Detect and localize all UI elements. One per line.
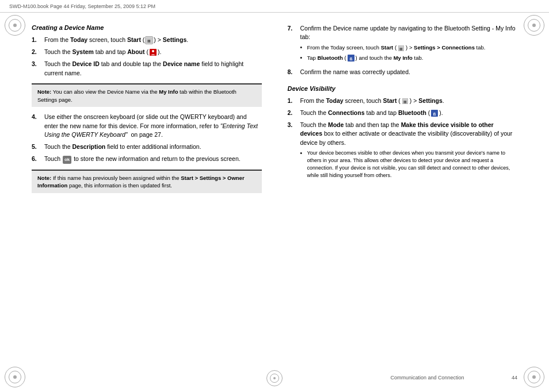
settings-label-vis1: Settings — [418, 97, 442, 104]
left-step-5: 5. Touch the Description field to enter … — [32, 143, 262, 151]
step7-subbullets: • From the Today screen, touch Start (▦)… — [300, 44, 518, 62]
start-icon-vis1: ▦ — [401, 97, 409, 105]
corner-circle-inner-tl — [9, 19, 21, 32]
right-step-7: 7. Confirm the Device name update by nav… — [288, 24, 518, 64]
bullet-dot-2: • — [300, 54, 306, 62]
step7-bullet-1-text: From the Today screen, touch Start (▦) >… — [307, 44, 486, 52]
right-column: 7. Confirm the Device name update by nav… — [285, 24, 518, 381]
bluetooth-label-vis2: Bluetooth — [398, 109, 426, 116]
entering-text-ref: "Entering Text Using the QWERTY Keyboard… — [44, 122, 258, 138]
ok-icon: ok — [63, 156, 71, 164]
left-step-1: 1. From the Today screen, touch Start (▦… — [32, 36, 262, 44]
system-label: System — [72, 48, 93, 55]
left-step-1-content: From the Today screen, touch Start (▦) >… — [44, 36, 262, 44]
start-label-7a: Start — [381, 44, 394, 51]
bottom-center-circle-outer — [266, 370, 283, 386]
left-step-5-num: 5. — [32, 143, 44, 151]
note-label-2: Note: — [37, 175, 51, 181]
corner-dot-tl — [13, 24, 17, 27]
note-box-1: Note: You can also view the Device Name … — [32, 83, 262, 107]
corner-circle-outer-tr — [524, 15, 544, 36]
left-step-3: 3. Touch the Device ID tab and double ta… — [32, 60, 262, 77]
corner-decoration-bl — [5, 367, 25, 387]
svg-point-3 — [152, 50, 154, 52]
device-id-label: Device ID — [72, 60, 99, 67]
left-step-4-content: Use either the onscreen keyboard (or sli… — [44, 113, 262, 139]
right-vis-step-2-num: 2. — [288, 109, 300, 117]
bottom-center-circle-inner — [270, 374, 279, 383]
right-vis-step-3: 3. Touch the Mode tab and then tap the M… — [288, 121, 518, 182]
bluetooth-icon-7b: ß — [347, 54, 355, 62]
connections-label-vis2: Connections — [328, 109, 365, 116]
owner-info-label: Start > Settings > Owner Information — [37, 175, 245, 189]
right-vis-step-2-content: Touch the Connections tab and tap Blueto… — [300, 109, 518, 117]
corner-decoration-tl — [5, 15, 25, 36]
corner-circle-outer-tl — [5, 15, 25, 36]
page-container: SWD-M100.book Page 44 Friday, September … — [0, 0, 549, 392]
left-step-2-num: 2. — [32, 48, 44, 56]
settings-connections-label: Settings > Connections — [414, 44, 475, 51]
header-text: SWD-M100.book Page 44 Friday, September … — [9, 3, 155, 9]
bullet-dot-3: • — [300, 149, 306, 157]
mode-label: Mode — [328, 121, 344, 128]
footer-right: 44 — [512, 375, 517, 381]
today-label-vis1: Today — [326, 97, 343, 104]
content-area: Creating a Device Name 1. From the Today… — [0, 13, 549, 392]
left-step-3-num: 3. — [32, 60, 44, 77]
right-vis-step-2: 2. Touch the Connections tab and tap Blu… — [288, 109, 518, 117]
step7-bullet-1: • From the Today screen, touch Start (▦)… — [300, 44, 518, 52]
corner-circle-inner-bl — [9, 371, 21, 383]
left-step-1-num: 1. — [32, 36, 44, 44]
start-label-1: Start — [127, 36, 141, 43]
svg-text:▦: ▦ — [399, 47, 403, 51]
start-label-vis1: Start — [383, 97, 396, 104]
left-step-6-content: Touch ok to store the new information an… — [44, 155, 262, 163]
right-section-title: Device Visibility — [288, 85, 518, 92]
step7-bullet-2-text: Tap Bluetooth (ß) and touch the My Info … — [307, 54, 424, 62]
corner-circle-inner-br — [528, 371, 540, 383]
right-vis-step-1-content: From the Today screen, touch Start (▦) >… — [300, 97, 518, 105]
person-icon-1 — [149, 48, 157, 56]
right-vis-step-1-num: 1. — [288, 97, 300, 105]
left-step-3-content: Touch the Device ID tab and double tap t… — [44, 60, 262, 77]
left-step-4-num: 4. — [32, 113, 44, 139]
corner-circle-outer-bl — [5, 367, 25, 387]
right-step-7-content: Confirm the Device name update by naviga… — [300, 24, 518, 64]
device-name-label: Device name — [163, 60, 200, 67]
left-step-2-content: Touch the System tab and tap About (). — [44, 48, 262, 56]
corner-dot-br — [532, 375, 536, 379]
footer: Communication and Connection 44 — [390, 375, 517, 381]
left-column: Creating a Device Name 1. From the Today… — [32, 24, 268, 381]
right-step-7-num: 7. — [288, 24, 300, 64]
note-label-1: Note: — [37, 89, 51, 95]
svg-text:▦: ▦ — [147, 39, 151, 43]
note-box-2: Note: If this name has previously been a… — [32, 170, 262, 194]
left-step-5-content: Touch the Description field to enter add… — [44, 143, 262, 151]
right-vis-step-3-num: 3. — [288, 121, 300, 182]
footer-left: Communication and Connection — [390, 375, 464, 381]
left-step-6-num: 6. — [32, 155, 44, 163]
step3-bullet-1: • Your device becomes visible to other d… — [300, 149, 518, 179]
right-step-8-num: 8. — [288, 68, 300, 76]
step7-bullet-2: • Tap Bluetooth (ß) and touch the My Inf… — [300, 54, 518, 62]
right-vis-step-3-content: Touch the Mode tab and then tap the Make… — [300, 121, 518, 182]
left-section-title: Creating a Device Name — [32, 24, 262, 31]
corner-decoration-br — [524, 367, 544, 387]
corner-circle-outer-br — [524, 367, 544, 387]
left-steps-1-3: 1. From the Today screen, touch Start (▦… — [32, 36, 262, 78]
my-info-label-note1: My Info — [159, 89, 178, 95]
left-step-6: 6. Touch ok to store the new information… — [32, 155, 262, 163]
svg-text:▦: ▦ — [403, 100, 407, 103]
left-steps-4-6: 4. Use either the onscreen keyboard (or … — [32, 113, 262, 163]
today-label-1: Today — [70, 36, 87, 43]
step3-bullet-1-text: Your device becomes visible to other dev… — [307, 149, 518, 179]
corner-dot-tr — [532, 24, 536, 27]
right-steps-7-8: 7. Confirm the Device name update by nav… — [288, 24, 518, 77]
step3-subbullets: • Your device becomes visible to other d… — [300, 149, 518, 179]
right-steps-1-3: 1. From the Today screen, touch Start (▦… — [288, 97, 518, 182]
left-step-2: 2. Touch the System tab and tap About ()… — [32, 48, 262, 56]
corner-decoration-tr — [524, 15, 544, 36]
bluetooth-label-7b: Bluetooth — [317, 55, 342, 61]
device-visibility-section: Device Visibility 1. From the Today scre… — [288, 85, 518, 182]
settings-label-1: Settings — [163, 36, 186, 43]
